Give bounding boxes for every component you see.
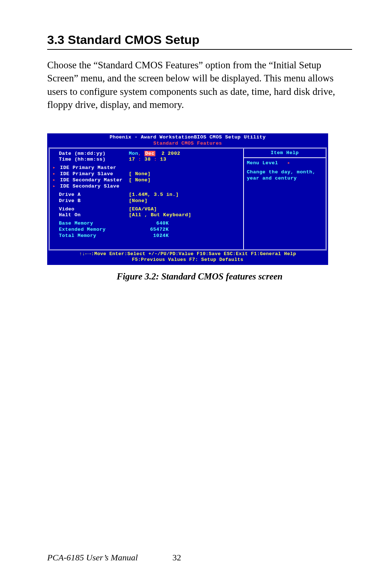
row-halt-on[interactable]: Halt On [All , But Keyboard] (53, 212, 240, 218)
row-base-memory: Base Memory 640K (53, 221, 240, 227)
page-number: 32 (172, 553, 181, 563)
bios-help-pane: Item Help Menu Level ▸ Change the day, m… (244, 149, 326, 249)
help-title: Item Help (244, 149, 326, 158)
row-video[interactable]: Video [EGA/VGA] (53, 206, 240, 213)
row-ide-primary-slave[interactable]: ▸ IDE Primary Slave [ None] (53, 171, 240, 177)
row-total-memory: Total Memory 1024K (53, 233, 240, 239)
row-ide-secondary-master[interactable]: ▸ IDE Secondary Master [ None] (53, 177, 240, 184)
row-time[interactable]: Time (hh:mm:ss) 17 : 38 : 13 (53, 157, 240, 163)
row-drive-a[interactable]: Drive A [1.44M, 3.5 in.] (53, 192, 240, 198)
bios-left-pane: Date (mm:dd:yy) Mon, Dec 2 2002 Time (hh… (50, 149, 244, 249)
row-ide-primary-master[interactable]: ▸ IDE Primary Master (53, 165, 240, 171)
menu-level: Menu Level ▸ (247, 160, 323, 166)
row-date[interactable]: Date (mm:dd:yy) Mon, Dec 2 2002 (53, 151, 240, 157)
section-heading: 3.3 Standard CMOS Setup (47, 33, 352, 47)
section-rule (47, 49, 352, 50)
bios-title: Phoenix - Award WorkstationBIOS CMOS Set… (48, 134, 327, 141)
manual-title: PCA-6185 User’s Manual (47, 553, 138, 562)
page-footer: PCA-6185 User’s Manual 32 (47, 553, 345, 563)
row-extended-memory: Extended Memory 65472K (53, 227, 240, 233)
row-ide-secondary-slave[interactable]: ▸ IDE Secondary Slave (53, 184, 240, 190)
figure-caption: Figure 3.2: Standard CMOS features scree… (47, 271, 352, 282)
bios-legend: ↑↓←→:Move Enter:Select +/-/PU/PD:Value F… (48, 250, 327, 265)
help-text: Change the day, month, year and century (247, 169, 323, 182)
bios-screenshot: Phoenix - Award WorkstationBIOS CMOS Set… (47, 133, 328, 265)
bios-subtitle: Standard CMOS Features (48, 141, 327, 148)
row-drive-b[interactable]: Drive B [None] (53, 198, 240, 204)
body-paragraph: Choose the “Standard CMOS Features” opti… (47, 59, 352, 112)
